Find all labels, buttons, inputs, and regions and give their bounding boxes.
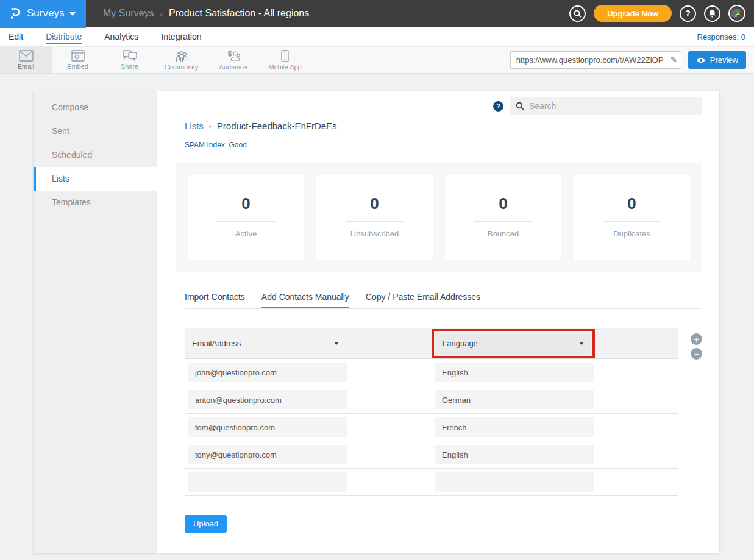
spam-index: SPAM Index: Good <box>185 141 702 149</box>
table-row <box>185 469 678 496</box>
eye-icon <box>696 57 706 63</box>
notifications-button[interactable] <box>704 5 720 22</box>
tab-analytics[interactable]: Analytics <box>104 29 138 44</box>
divider <box>346 221 404 222</box>
breadcrumb-chevron-icon: › <box>209 122 212 130</box>
channel-email[interactable]: Email <box>0 47 52 73</box>
search-icon <box>574 10 582 18</box>
channel-audience[interactable]: $ Audience <box>207 47 259 73</box>
chevron-down-icon <box>334 342 339 345</box>
channel-share-label: Share <box>121 63 138 70</box>
lists-content: ? Lists › Product-Feedback-EnFrDeEs SPAM… <box>157 91 722 553</box>
email-icon <box>19 50 34 62</box>
tab-add-contacts-manually[interactable]: Add Contacts Manually <box>261 292 349 308</box>
column-field-dropdown-language[interactable]: Language <box>435 333 591 355</box>
divider <box>217 221 276 222</box>
search-input[interactable] <box>529 101 696 111</box>
table-row <box>185 441 678 469</box>
selected-field: EmailAddress <box>192 339 241 348</box>
audience-icon: $ <box>226 50 241 62</box>
spam-index-value: Good <box>229 141 246 149</box>
tab-integration[interactable]: Integration <box>161 29 201 44</box>
email-distribution-panel: Compose Sent Scheduled Lists Templates ?… <box>34 91 719 553</box>
contacts-tabs: Import Contacts Add Contacts Manually Co… <box>185 292 702 309</box>
breadcrumb-my-surveys[interactable]: My Surveys <box>103 8 154 19</box>
preview-label: Preview <box>710 55 738 65</box>
top-header: Surveys My Surveys › Product Satisfactio… <box>0 0 754 27</box>
preview-button[interactable]: Preview <box>688 51 746 69</box>
stat-card-active: 0 Active <box>188 175 304 260</box>
channel-community[interactable]: Community <box>155 47 207 73</box>
stat-label: Unsubscribed <box>316 229 433 238</box>
sidebar-item-lists[interactable]: Lists <box>34 167 157 191</box>
tab-edit[interactable]: Edit <box>9 29 23 44</box>
product-switcher[interactable]: Surveys <box>0 0 86 28</box>
tab-distribute[interactable]: Distribute <box>46 29 82 44</box>
email-field[interactable] <box>188 363 347 382</box>
upload-button[interactable]: Upload <box>185 515 227 533</box>
email-field[interactable] <box>188 417 347 437</box>
breadcrumb-lists-link[interactable]: Lists <box>185 121 204 131</box>
divider <box>603 221 661 222</box>
list-stats: 0 Active 0 Unsubscribed 0 Bounced 0 Dupl… <box>176 163 702 272</box>
search-button[interactable] <box>569 5 586 22</box>
stat-value: 0 <box>316 194 433 213</box>
row-controls: + − <box>691 333 702 496</box>
stat-card-duplicates: 0 Duplicates <box>574 175 690 260</box>
stat-value: 0 <box>445 194 561 213</box>
selected-field: Language <box>443 339 478 348</box>
table-row <box>185 359 678 386</box>
sidebar-item-sent[interactable]: Sent <box>34 119 157 143</box>
tab-import-contacts[interactable]: Import Contacts <box>185 292 245 308</box>
table-row <box>185 414 678 441</box>
help-button[interactable]: ? <box>680 5 696 22</box>
survey-nav: Edit Distribute Analytics Integration Re… <box>0 27 754 46</box>
language-field[interactable] <box>435 390 594 409</box>
spam-index-label: SPAM Index: <box>185 141 227 149</box>
responses-count[interactable]: Responses: 0 <box>697 32 746 41</box>
page-title: Product Satisfaction - All regions <box>169 8 309 19</box>
product-name: Surveys <box>27 7 64 19</box>
stat-card-unsubscribed: 0 Unsubscribed <box>316 175 433 260</box>
avatar[interactable] <box>728 5 745 22</box>
email-field[interactable] <box>188 445 347 464</box>
tab-copy-paste-email-addresses[interactable]: Copy / Paste Email Addresses <box>366 292 480 308</box>
chevron-down-icon <box>579 342 584 345</box>
channel-mobile-app-label: Mobile App <box>268 63 301 71</box>
language-field[interactable] <box>435 363 594 382</box>
distribute-toolbar: Email Embed Share Community $ Audience <box>0 46 754 74</box>
chevron-down-icon <box>69 12 76 16</box>
bell-icon <box>708 9 716 18</box>
channel-embed[interactable]: Embed <box>52 47 104 73</box>
highlight-red-box: Language <box>432 329 595 358</box>
list-breadcrumb: Lists › Product-Feedback-EnFrDeEs <box>185 121 702 131</box>
survey-url-input[interactable] <box>510 51 681 69</box>
email-field[interactable] <box>188 390 347 409</box>
channel-share[interactable]: Share <box>104 47 155 73</box>
community-icon <box>174 50 189 62</box>
mobile-phone-icon <box>281 50 289 62</box>
edit-url-pencil-icon[interactable]: ✎ <box>670 55 677 64</box>
sidebar-item-templates[interactable]: Templates <box>34 191 157 214</box>
stat-label: Bounced <box>445 229 561 238</box>
contextual-help-icon[interactable]: ? <box>493 101 503 112</box>
column-field-dropdown-email[interactable]: EmailAddress <box>185 328 346 359</box>
breadcrumb: My Surveys › Product Satisfaction - All … <box>103 8 309 19</box>
stat-label: Active <box>188 229 304 238</box>
sidebar-item-compose[interactable]: Compose <box>34 96 157 119</box>
divider <box>474 221 533 222</box>
table-header-row: EmailAddress Language <box>185 328 678 359</box>
sidebar-item-scheduled[interactable]: Scheduled <box>34 143 157 167</box>
channel-embed-label: Embed <box>67 63 88 70</box>
stat-value: 0 <box>188 194 304 213</box>
channel-mobile-app[interactable]: Mobile App <box>259 47 311 73</box>
language-field[interactable] <box>435 445 594 464</box>
channel-community-label: Community <box>165 63 199 71</box>
email-field[interactable] <box>188 472 347 492</box>
add-row-button[interactable]: + <box>691 333 702 345</box>
language-field[interactable] <box>435 417 594 437</box>
list-search-box <box>510 97 702 115</box>
upgrade-now-button[interactable]: Upgrade Now <box>594 5 672 22</box>
remove-row-button[interactable]: − <box>691 348 702 360</box>
language-field[interactable] <box>435 472 594 492</box>
